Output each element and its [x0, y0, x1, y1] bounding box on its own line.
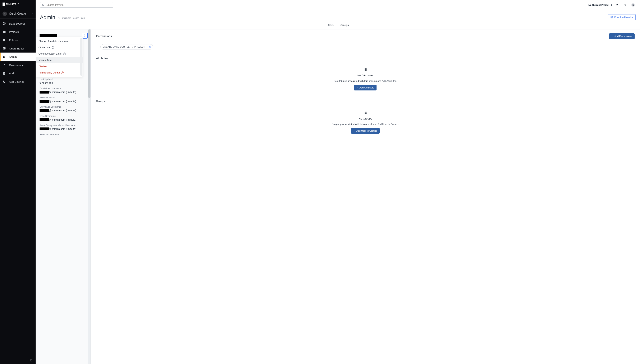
search-box[interactable]: [40, 2, 113, 8]
nav-label: Policies: [9, 39, 18, 42]
kebab-icon: ⋮: [83, 34, 86, 38]
top-bar: No Current Project ▴▾ K: [36, 0, 640, 10]
svg-marker-0: [3, 22, 6, 24]
field-snowflake-username: Snowflake Username @immuta.com (Immuta): [40, 106, 86, 112]
nav-item-governance[interactable]: Governance: [0, 61, 36, 69]
logo-text: MMUTA: [6, 3, 17, 6]
download-metrics-button[interactable]: Download Metrics: [608, 14, 636, 20]
redacted-icon: [40, 100, 49, 103]
app-logo[interactable]: I MMUTA ™: [0, 0, 36, 9]
nav-item-audit[interactable]: Audit: [0, 69, 36, 78]
svg-rect-18: [365, 112, 366, 113]
svg-rect-16: [365, 112, 366, 112]
add-attributes-label: Add Attributes: [359, 86, 374, 89]
bell-icon: [616, 4, 619, 6]
nav-label: Governance: [9, 64, 24, 66]
svg-point-13: [364, 70, 364, 71]
notifications-button[interactable]: [615, 4, 620, 6]
layers-icon: [2, 22, 6, 25]
scrollbar-track[interactable]: [88, 30, 90, 364]
help-icon[interactable]: ?: [63, 52, 66, 55]
collapse-sidebar-icon[interactable]: ◀: [30, 359, 32, 362]
nav-item-query-editor[interactable]: Query Editor: [0, 44, 36, 52]
folder-icon: [2, 30, 6, 34]
nav-item-admin[interactable]: Admin: [0, 52, 36, 61]
section-permissions: Permissions + Add Permissions CREATE_DAT…: [96, 34, 634, 50]
add-attributes-button[interactable]: + Add Attributes: [354, 85, 377, 90]
add-permissions-button[interactable]: + Add Permissions: [609, 34, 634, 39]
menu-change-teradata[interactable]: Change Teradata Username: [36, 38, 82, 44]
menu-scrollbar[interactable]: [80, 38, 82, 76]
people-icon: [2, 55, 6, 58]
field-suffix: @immuta.com (Immuta): [49, 128, 76, 130]
field-databricks-username: Databricks Username @immuta.com (Immuta): [40, 87, 86, 94]
nav-label: App Settings: [9, 80, 24, 83]
activity-button[interactable]: [623, 4, 628, 6]
field-value: @immuta.com (Immuta): [40, 109, 86, 112]
field-suffix: @immuta.com (Immuta): [49, 100, 76, 103]
field-label: Azure Synapse Analytics Username: [40, 124, 86, 126]
field-value: @immuta.com (Immuta): [40, 118, 86, 121]
sort-icon: ▴▾: [611, 4, 612, 6]
field-hdfs-principal: HDFS Principal @immuta.com (Immuta): [40, 96, 86, 103]
section-title: Permissions: [96, 35, 112, 38]
tabs: Users Groups: [36, 22, 640, 30]
menu-migrate-user[interactable]: Migrate User: [36, 57, 82, 63]
nav-item-projects[interactable]: Projects: [0, 28, 36, 36]
tab-users[interactable]: Users: [326, 22, 335, 29]
field-value: @immuta.com (Immuta): [40, 128, 86, 130]
nav-item-policies[interactable]: Policies: [0, 36, 36, 44]
svg-point-3: [4, 56, 6, 57]
list-icon: [364, 111, 367, 114]
empty-text: No groups associated with this user, ple…: [332, 123, 399, 126]
help-icon[interactable]: ?: [52, 46, 54, 49]
svg-rect-1: [3, 47, 6, 50]
field-label: Snowflake Username: [40, 106, 86, 108]
attributes-empty-state: No Attributes No attributes associated w…: [96, 65, 634, 92]
add-user-to-groups-button[interactable]: + Add User to Groups: [351, 128, 380, 134]
trademark-icon: ™: [18, 3, 19, 4]
plus-icon: +: [612, 35, 613, 38]
add-permissions-label: Add Permissions: [614, 35, 632, 38]
svg-point-2: [3, 56, 4, 57]
menu-clone-user-label: Clone User: [38, 46, 51, 49]
menu-perm-delete-label: Permanently Delete: [38, 71, 60, 74]
main-area: No Current Project ▴▾ K Admin 20 / Unlim…: [36, 0, 640, 364]
field-suffix: @immuta.com (Immuta): [49, 91, 76, 94]
menu-permanently-delete[interactable]: Permanently Delete ?: [36, 70, 82, 76]
section-title: Attributes: [96, 57, 108, 60]
remove-permission-button[interactable]: ✕: [147, 44, 153, 49]
field-value: @immuta.com (Immuta): [40, 91, 86, 94]
nav-label: Data Sources: [9, 22, 26, 25]
groups-empty-state: No Groups No groups associated with this…: [96, 108, 634, 136]
field-label: Last Updated: [40, 78, 86, 80]
menu-clone-user[interactable]: Clone User ?: [36, 44, 82, 50]
key-icon: [2, 64, 6, 66]
project-switcher[interactable]: No Current Project ▴▾: [588, 4, 612, 6]
menu-disable[interactable]: Disable: [36, 63, 82, 70]
user-fields: Last Updated 9 hours ago Databricks User…: [36, 78, 90, 142]
permission-chips: CREATE_DATA_SOURCE_IN_PROJECT ✕: [96, 44, 634, 50]
field-suffix: @immuta.com (Immuta): [49, 109, 76, 112]
help-icon[interactable]: ?: [61, 72, 64, 74]
user-avatar[interactable]: K: [630, 3, 636, 7]
redacted-icon: [40, 109, 49, 112]
search-input[interactable]: [46, 4, 111, 6]
field-label: Databricks Username: [40, 87, 86, 90]
page-title: Admin: [40, 14, 55, 20]
quick-create-button[interactable]: + Quick Create ▶: [0, 9, 36, 18]
empty-text: No attributes associated with this user,…: [334, 80, 397, 82]
redacted-icon: [40, 118, 49, 121]
nav-item-app-settings[interactable]: App Settings: [0, 78, 36, 86]
tab-groups[interactable]: Groups: [339, 22, 350, 29]
redacted-icon: [40, 91, 49, 94]
nav-item-data-sources[interactable]: Data Sources: [0, 19, 36, 28]
field-synapse-username: Azure Synapse Analytics Username @immuta…: [40, 124, 86, 130]
permission-chip: CREATE_DATA_SOURCE_IN_PROJECT ✕: [100, 44, 153, 50]
nav-label: Admin: [9, 55, 17, 58]
terminal-icon: [2, 47, 6, 50]
quick-create-label: Quick Create: [9, 12, 30, 15]
field-label: HDFS Principal: [40, 96, 86, 99]
svg-rect-14: [365, 70, 366, 70]
menu-generate-login-email[interactable]: Generate Login Email ?: [36, 50, 82, 57]
